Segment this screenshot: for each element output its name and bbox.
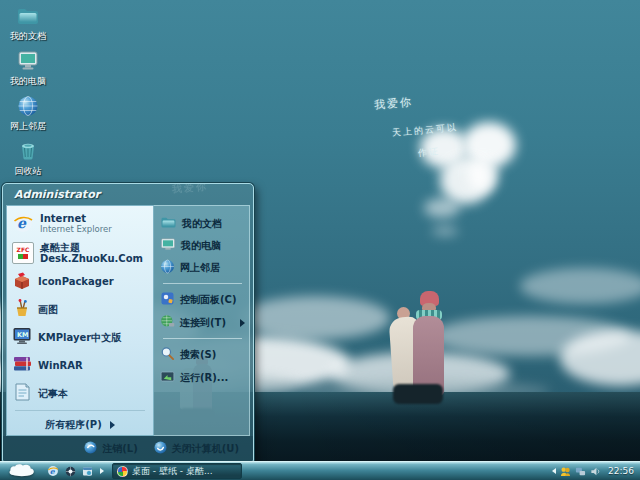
- quick-launch-bar: e: [47, 465, 104, 477]
- start-item-iconpackager[interactable]: IconPackager: [9, 267, 151, 295]
- start-item-my-computer[interactable]: 我的电脑: [159, 234, 246, 256]
- shut-down-icon: [154, 441, 167, 456]
- cloud: [240, 296, 390, 340]
- start-button-cloud[interactable]: [7, 462, 37, 480]
- desktop-icon-column: 我的文档 我的电脑 网上邻居 回收站: [2, 5, 54, 185]
- run-command-icon: [160, 369, 175, 386]
- couple-figures: [385, 290, 451, 404]
- my-documents-folder-icon: [2, 5, 54, 29]
- taskbar-clock[interactable]: 22:56: [608, 466, 634, 476]
- start-item-search[interactable]: 搜索(S): [159, 343, 246, 366]
- all-programs-label: 所有程序(P): [45, 418, 101, 432]
- network-places-globe-icon: [2, 95, 54, 119]
- recycle-bin-icon: [2, 140, 54, 164]
- my-documents-folder-icon: [160, 215, 177, 231]
- network-tray-icon[interactable]: [575, 466, 586, 477]
- internet-explorer-icon: e: [12, 212, 34, 236]
- taskbar: e 桌面 - 壁纸 - 桌酷... 22:56: [0, 461, 640, 480]
- kmplayer-monitor-icon: KM: [12, 326, 32, 348]
- start-menu-user-banner: Administrator: [3, 184, 253, 205]
- desktop-icon-network-places[interactable]: 网上邻居: [2, 95, 54, 131]
- start-menu-body: e Internet Internet Explorer ZFC 桌酷主题Des…: [6, 205, 250, 436]
- start-item-notepad[interactable]: 记事本: [9, 379, 151, 407]
- wallpaper-caption: 我爱你: [373, 94, 413, 112]
- wallpaper-caption: 作证: [417, 145, 440, 160]
- log-off-button[interactable]: 注销(L): [84, 441, 138, 456]
- cloud-wisp: [424, 198, 460, 218]
- cloud-wisp: [432, 226, 458, 236]
- start-item-label: 连接到(T): [180, 317, 226, 328]
- start-item-connect-to[interactable]: 连接到(T): [159, 311, 246, 334]
- start-item-label: Internet Internet Explorer: [40, 213, 112, 235]
- messenger-people-tray-icon[interactable]: [560, 466, 571, 477]
- log-off-icon: [84, 441, 97, 456]
- task-button-label: 桌面 - 壁纸 - 桌酷...: [132, 465, 213, 478]
- start-item-run[interactable]: 运行(R)...: [159, 366, 246, 389]
- media-globe-quick-icon[interactable]: [64, 465, 76, 477]
- desktop-icon-label: 回收站: [2, 166, 54, 176]
- desktop-screen: 我爱你 天上的云可以 作证 我爱你 我的文档 我的电脑 网上邻居: [0, 0, 640, 480]
- zhuoku-page-wheel-icon: [117, 466, 128, 477]
- desktop-icon-label: 我的文档: [2, 31, 54, 41]
- desktop-icon-recycle-bin[interactable]: 回收站: [2, 140, 54, 176]
- start-item-control-panel[interactable]: 控制面板(C): [159, 288, 246, 311]
- start-item-label: 运行(R)...: [180, 372, 228, 383]
- my-computer-icon: [2, 50, 54, 74]
- start-item-kmplayer[interactable]: KM KMPlayer中文版: [9, 323, 151, 351]
- start-item-label: 我的文档: [182, 218, 222, 229]
- desktop-icon-my-computer[interactable]: 我的电脑: [2, 50, 54, 86]
- start-item-label: WinRAR: [38, 360, 83, 371]
- start-menu-left-panel: e Internet Internet Explorer ZFC 桌酷主题Des…: [6, 205, 154, 436]
- tray-collapse-chevron-icon[interactable]: [552, 468, 556, 474]
- my-computer-icon: [160, 237, 176, 253]
- submenu-arrow-icon: [240, 319, 245, 327]
- system-tray: 22:56: [552, 466, 640, 477]
- start-menu-right-panel: 我的文档 我的电脑 网上邻居: [154, 205, 250, 436]
- start-item-label: 桌酷主题Desk.ZhuoKu.Com: [40, 242, 148, 264]
- start-menu: Administrator e Internet Internet Explor…: [2, 183, 254, 462]
- quick-launch-overflow-chevron-icon[interactable]: [100, 468, 104, 474]
- control-panel-icon: [160, 291, 175, 308]
- all-programs-button[interactable]: 所有程序(P): [9, 414, 151, 435]
- notepad-icon: [12, 382, 32, 404]
- winrar-books-icon: [12, 354, 32, 376]
- start-item-winrar[interactable]: WinRAR: [9, 351, 151, 379]
- start-item-label: 记事本: [38, 388, 68, 399]
- network-places-globe-icon: [160, 259, 175, 276]
- shut-down-button[interactable]: 关闭计算机(U): [154, 441, 239, 456]
- shut-down-label: 关闭计算机(U): [172, 442, 239, 456]
- taskbar-task-button-zhuoku[interactable]: 桌面 - 壁纸 - 桌酷...: [112, 463, 242, 479]
- start-item-label: 我的电脑: [181, 240, 221, 251]
- paint-brushes-icon: [12, 298, 32, 320]
- start-item-my-documents[interactable]: 我的文档: [159, 212, 246, 234]
- start-menu-separator: [163, 338, 242, 339]
- start-item-label: 控制面板(C): [180, 294, 236, 305]
- start-item-network-places[interactable]: 网上邻居: [159, 256, 246, 279]
- volume-tray-icon[interactable]: [590, 466, 601, 477]
- start-item-label: IconPackager: [38, 276, 114, 287]
- start-item-zhuoku-theme[interactable]: ZFC 桌酷主题Desk.ZhuoKu.Com: [9, 239, 151, 267]
- desktop-icon-label: 网上邻居: [2, 121, 54, 131]
- log-off-label: 注销(L): [102, 442, 138, 456]
- zhuoku-theme-icon: ZFC: [12, 242, 34, 264]
- start-menu-separator: [163, 283, 242, 284]
- start-menu-separator: [15, 410, 145, 411]
- browser-window-quick-icon[interactable]: [81, 465, 93, 477]
- svg-text:KM: KM: [17, 331, 29, 339]
- start-item-label: 网上邻居: [180, 262, 220, 273]
- search-magnifier-icon: [160, 346, 175, 363]
- internet-explorer-quick-icon[interactable]: e: [47, 465, 59, 477]
- connect-to-icon: [160, 314, 175, 331]
- submenu-arrow-icon: [110, 421, 115, 429]
- desktop-icon-label: 我的电脑: [2, 76, 54, 86]
- start-menu-footer: 注销(L) 关闭计算机(U): [3, 436, 253, 461]
- desktop-icon-my-documents[interactable]: 我的文档: [2, 5, 54, 41]
- iconpackager-box-icon: [12, 270, 32, 292]
- start-item-paint[interactable]: 画图: [9, 295, 151, 323]
- start-item-internet[interactable]: e Internet Internet Explorer: [9, 209, 151, 239]
- heart-cloud: [468, 158, 498, 192]
- start-item-label: 画图: [38, 304, 58, 315]
- start-item-sublabel: Internet Explorer: [40, 224, 112, 235]
- start-item-label: 搜索(S): [180, 349, 216, 360]
- logged-in-user-name: Administrator: [14, 188, 100, 201]
